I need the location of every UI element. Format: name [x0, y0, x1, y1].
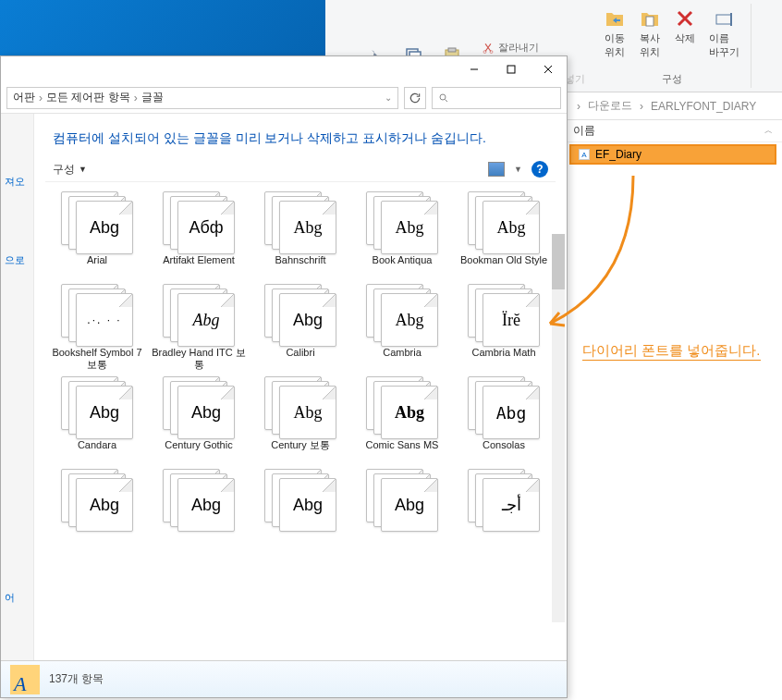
annotation-text: 다이어리 폰트를 넣어줍니다. — [582, 342, 761, 361]
svg-point-4 — [483, 50, 486, 53]
font-item[interactable]: AbgCentury Gothic — [151, 376, 247, 463]
svg-line-14 — [446, 99, 448, 102]
font-label: Artifakt Element — [163, 254, 235, 278]
font-label: Comic Sans MS — [366, 439, 439, 463]
breadcrumb-item[interactable]: 어판 — [13, 90, 35, 105]
move-to-button[interactable]: 이동 위치 — [600, 6, 629, 61]
font-item[interactable]: AbgCentury 보통 — [252, 376, 348, 463]
font-label: Bookshelf Symbol 7 보통 — [49, 347, 145, 371]
font-label: Century Gothic — [165, 439, 232, 463]
sidebar-item[interactable]: 어 — [3, 276, 31, 614]
font-label: Candara — [78, 439, 116, 463]
search-input[interactable] — [432, 87, 561, 109]
help-icon[interactable]: ? — [532, 161, 548, 178]
font-item[interactable]: AbgBookman Old Style — [456, 191, 552, 278]
font-item[interactable]: Abg — [49, 469, 145, 556]
font-file-icon: A — [579, 149, 590, 160]
minimize-button[interactable] — [456, 56, 493, 82]
font-label: Consolas — [483, 439, 525, 463]
font-label: Cambria Math — [471, 347, 535, 371]
page-heading: 컴퓨터에 설치되어 있는 글꼴을 미리 보거나 삭제하고 표시하거나 숨깁니다. — [45, 125, 556, 157]
breadcrumb-item[interactable]: EARLYFONT_DIARY — [651, 100, 756, 113]
column-header-name[interactable]: 이름 ︿ — [564, 120, 782, 142]
font-item[interactable]: ÏrĕCambria Math — [456, 284, 552, 371]
svg-rect-3 — [448, 48, 456, 52]
refresh-button[interactable] — [404, 87, 426, 109]
maximize-button[interactable] — [493, 56, 530, 82]
status-bar: 137개 항목 — [1, 660, 567, 697]
sidebar-item[interactable]: 져오 — [3, 119, 31, 198]
font-item[interactable]: AbgBahnschrift — [252, 191, 348, 278]
delete-button[interactable]: 삭제 — [670, 6, 700, 47]
sidebar: 져오 으로 어 — [1, 114, 34, 660]
font-item[interactable]: AbgBook Antiqua — [354, 191, 450, 278]
font-item[interactable]: Abg — [252, 469, 348, 556]
font-label: Arial — [87, 254, 107, 278]
breadcrumb[interactable]: › 다운로드 › EARLYFONT_DIARY — [564, 92, 782, 120]
font-label: Book Antiqua — [373, 254, 433, 278]
font-label: Bookman Old Style — [460, 254, 547, 278]
svg-point-5 — [490, 50, 493, 53]
font-label: Cambria — [383, 347, 422, 371]
font-item[interactable]: AbgCandara — [49, 376, 145, 463]
fonts-control-panel-window: 어판 › 모든 제어판 항목 › 글꼴 ⌄ 져오 으로 어 컴퓨터에 설치되어 … — [0, 55, 568, 698]
font-item[interactable]: АбфArtifakt Element — [151, 191, 247, 278]
svg-rect-12 — [507, 66, 515, 73]
font-item[interactable]: أجـ — [456, 469, 552, 556]
font-item[interactable]: AbgCalibri — [252, 284, 348, 371]
status-text: 137개 항목 — [49, 671, 104, 687]
close-button[interactable] — [530, 56, 567, 82]
font-item[interactable]: AbgComic Sans MS — [354, 376, 450, 463]
view-options-button[interactable] — [488, 162, 505, 177]
search-icon — [438, 92, 449, 104]
organize-button[interactable]: 구성 ▼ — [53, 162, 87, 178]
explorer-downloads: › 다운로드 › EARLYFONT_DIARY 이름 ︿ A EF_Diary — [564, 92, 782, 166]
folder-icon — [10, 665, 40, 694]
sidebar-item[interactable]: 으로 — [3, 198, 31, 276]
font-label: Bradley Hand ITC 보통 — [151, 347, 247, 371]
rename-button[interactable]: 이름 바꾸기 — [705, 6, 743, 61]
breadcrumb-item[interactable]: 다운로드 — [588, 98, 632, 114]
font-item[interactable]: AbgArial — [49, 191, 145, 278]
file-row-ef-diary[interactable]: A EF_Diary — [569, 144, 776, 165]
font-item[interactable]: AbgBradley Hand ITC 보통 — [151, 284, 247, 371]
font-item[interactable]: Abg — [354, 469, 450, 556]
breadcrumb-item[interactable]: 글꼴 — [141, 90, 164, 105]
svg-point-13 — [440, 94, 446, 100]
scrollbar[interactable] — [552, 234, 565, 622]
ribbon-group-label: 구성 — [662, 72, 682, 86]
cut-button[interactable]: 잘라내기 — [482, 41, 585, 55]
svg-rect-9 — [716, 15, 731, 24]
font-label: Bahnschrift — [275, 254, 325, 278]
copy-to-button[interactable]: 복사 위치 — [635, 6, 665, 61]
svg-rect-8 — [646, 17, 654, 26]
address-bar[interactable]: 어판 › 모든 제어판 항목 › 글꼴 ⌄ — [6, 87, 398, 109]
font-item[interactable]: AbgCambria — [354, 284, 450, 371]
font-item[interactable]: AbgConsolas — [456, 376, 552, 463]
file-name-label: EF_Diary — [595, 148, 641, 161]
font-item[interactable]: Abg — [151, 469, 247, 556]
font-label: Century 보통 — [271, 439, 330, 463]
font-label: Calibri — [286, 347, 314, 371]
font-item[interactable]: .·. · ·Bookshelf Symbol 7 보통 — [49, 284, 145, 371]
titlebar — [1, 56, 567, 82]
breadcrumb-item[interactable]: 모든 제어판 항목 — [46, 90, 130, 105]
